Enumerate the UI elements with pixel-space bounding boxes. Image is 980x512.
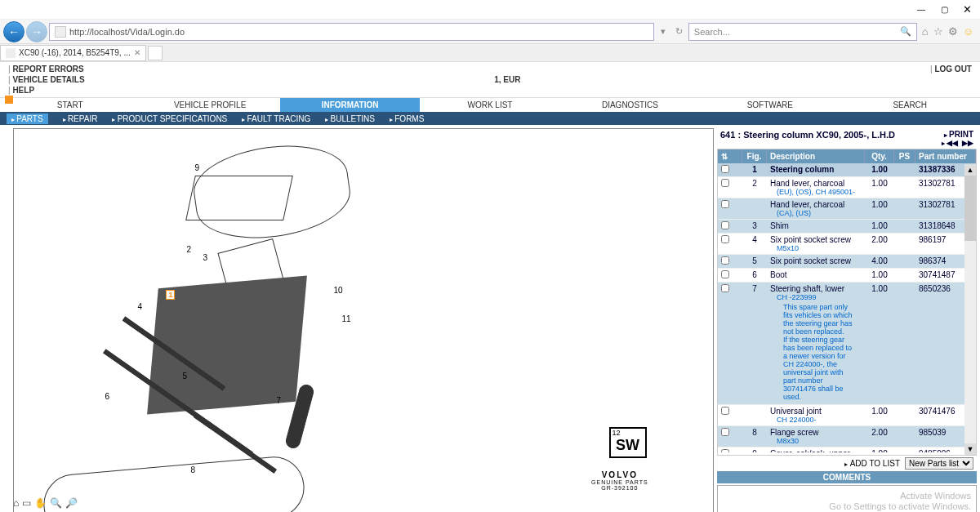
window-close[interactable]: ✕ [956,2,978,18]
table-row[interactable]: 1Steering column1.0031387336 [718,163,976,177]
row-checkbox[interactable] [721,449,729,452]
menu-vehicle-profile[interactable]: VEHICLE PROFILE [140,98,279,112]
tool-home-icon[interactable]: ⌂ [13,497,19,509]
tab-title: XC90 (-16), 2014, B5254T9, ... [19,48,131,57]
row-ps [894,234,915,254]
row-ps [894,269,915,282]
submenu-fault[interactable]: FAULT TRACING [242,114,310,123]
window-minimize[interactable]: — [910,2,933,18]
row-qty: 2.00 [865,234,894,254]
tab-favicon [6,48,16,58]
row-checkbox[interactable] [721,179,729,187]
row-checkbox[interactable] [721,200,729,208]
row-checkbox[interactable] [721,428,729,436]
col-ps[interactable]: PS [894,149,915,163]
scroll-up-icon[interactable]: ▲ [964,164,976,176]
refresh-icon[interactable]: ↻ [672,24,687,39]
menu-software[interactable]: SOFTWARE [700,98,840,112]
row-checkbox[interactable] [721,270,729,278]
settings-gear-icon[interactable]: ⚙ [948,25,958,38]
url-text: http://localhost/Vida/Login.do [69,27,185,37]
link-logout[interactable]: LOG OUT [930,64,972,74]
row-sub: M8x30 [770,437,862,445]
table-row[interactable]: Universal jointCH 224000-1.0030741476 [718,405,976,426]
diagram-viewport[interactable]: 9 2 3 10 11 4 5 6 7 8 1 12 SW VOLVO GENU… [13,128,714,512]
search-icon[interactable]: 🔍 [900,26,911,37]
row-desc: Hand lever, charcoal(CA), (US) [767,198,865,219]
row-desc: Flange screwM8x30 [767,426,865,447]
row-desc: Six point socket screw [767,255,865,268]
address-bar[interactable]: http://localhost/Vida/Login.do [49,23,654,41]
table-row[interactable]: 2Hand lever, charcoal(EU), (OS), CH 4950… [718,177,976,198]
submenu-prodspec[interactable]: PRODUCT SPECIFICATIONS [112,114,227,123]
submenu-bulletins[interactable]: BULLETINS [325,114,375,123]
new-tab-button[interactable] [148,46,163,60]
row-ps [894,177,915,198]
menu-start[interactable]: START [0,98,140,112]
favorites-icon[interactable]: ☆ [933,25,943,38]
table-row[interactable]: 9Cover, oak/oak, upperCH -327999, Interi… [718,447,976,452]
submenu-forms[interactable]: FORMS [390,114,424,123]
col-pn[interactable]: Part number [915,149,976,163]
row-qty: 2.00 [865,426,894,447]
dropdown-icon[interactable]: ▾ [656,24,670,39]
tab-close-icon[interactable]: ✕ [134,48,140,57]
link-help[interactable]: HELP [8,85,85,96]
row-qty: 1.00 [865,447,894,452]
row-ps [894,283,915,404]
menu-diagnostics[interactable]: DIAGNOSTICS [560,98,700,112]
table-row[interactable]: Hand lever, charcoal(CA), (US)1.00313027… [718,198,976,220]
table-row[interactable]: 6Boot1.0030741487 [718,269,976,283]
scroll-down-icon[interactable]: ▼ [964,443,976,455]
tool-zoom-in-icon[interactable]: 🔍 [50,497,62,509]
row-fig: 2 [742,177,767,198]
row-desc: Six point socket screwM5x10 [767,234,865,254]
row-checkbox[interactable] [721,256,729,265]
table-row[interactable]: 8Flange screwM8x302.00985039 [718,426,976,447]
tool-zoom-out-icon[interactable]: 🔎 [65,497,78,509]
scrollbar-track[interactable]: ▲ ▼ [964,164,976,455]
row-checkbox[interactable] [721,165,729,173]
print-link[interactable]: PRINT [942,130,973,139]
table-row[interactable]: 4Six point socket screwM5x102.00986197 [718,234,976,255]
tool-hand-icon[interactable]: ✋ [34,497,47,509]
col-fig[interactable]: Fig. [742,149,767,163]
col-select[interactable]: ⇅ [718,149,742,163]
row-ps [894,198,915,219]
row-fig [742,198,767,219]
nav-back-button[interactable]: ← [3,21,24,42]
row-checkbox[interactable] [721,235,729,243]
submenu-repair[interactable]: REPAIR [63,114,98,123]
table-row[interactable]: 7Steering shaft, lowerCH -223999This spa… [718,283,976,405]
menu-work-list[interactable]: WORK LIST [420,98,559,112]
callout-selected[interactable]: 1 [166,290,175,300]
row-checkbox[interactable] [721,407,729,415]
link-vehicle-details[interactable]: VEHICLE DETAILS [8,74,85,85]
sw-number: 12 [611,429,645,437]
row-checkbox[interactable] [721,284,729,292]
row-checkbox[interactable] [721,221,729,229]
tool-window-icon[interactable]: ▭ [22,497,31,509]
page-nav-arrows[interactable]: ◀◀ ▶▶ [942,139,973,147]
col-desc[interactable]: Description [767,149,865,163]
nav-forward-button[interactable]: → [26,21,47,42]
parts-list-select[interactable]: New Parts list [905,457,973,470]
feedback-icon[interactable]: ☺ [963,25,973,38]
browser-search[interactable]: Search... 🔍 [688,23,917,41]
link-report-errors[interactable]: REPORT ERRORS [8,64,85,74]
side-expand-tab[interactable] [5,96,13,104]
row-qty: 1.00 [865,220,894,233]
scrollbar-thumb[interactable] [964,176,976,241]
window-maximize[interactable]: ▢ [933,2,956,18]
comments-textarea[interactable]: Activate Windows Go to Settings to activ… [717,485,977,512]
home-icon[interactable]: ⌂ [922,25,929,38]
add-to-list-link[interactable]: ADD TO LIST [844,459,900,468]
table-row[interactable]: 3Shim1.0031318648 [718,220,976,234]
browser-tab[interactable]: XC90 (-16), 2014, B5254T9, ... ✕ [0,45,146,61]
assembly-title: 641 : Steering column XC90, 2005-, L.H.D [720,130,895,140]
table-row[interactable]: 5Six point socket screw4.00986374 [718,255,976,269]
submenu-parts[interactable]: PARTS [7,114,48,124]
menu-information[interactable]: INFORMATION [280,98,420,112]
col-qty[interactable]: Qty. [865,149,894,163]
menu-search[interactable]: SEARCH [840,98,980,112]
